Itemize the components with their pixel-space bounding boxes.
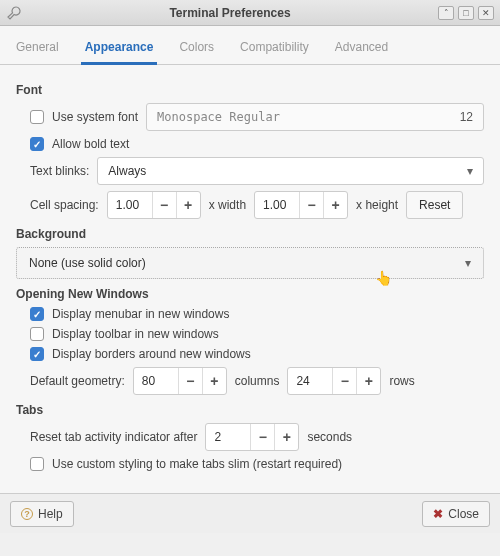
tab-general[interactable]: General [12, 34, 63, 64]
help-label: Help [38, 507, 63, 521]
maximize-button[interactable]: □ [458, 6, 474, 20]
text-blinks-select[interactable]: Always ▾ [97, 157, 484, 185]
cell-width-minus[interactable]: − [152, 192, 176, 218]
cell-height-plus[interactable]: + [323, 192, 347, 218]
titlebar: Terminal Preferences ˄ □ ✕ [0, 0, 500, 26]
background-select[interactable]: None (use solid color) ▾ [16, 247, 484, 279]
background-value: None (use solid color) [29, 256, 146, 270]
reset-label: Reset [419, 198, 450, 212]
chevron-down-icon: ▾ [467, 164, 473, 178]
rows-minus[interactable]: − [332, 368, 356, 394]
cell-height-value: 1.00 [255, 198, 299, 212]
reset-indicator-value: 2 [206, 430, 250, 444]
content: General Appearance Colors Compatibility … [0, 26, 500, 533]
reset-spacing-button[interactable]: Reset [406, 191, 463, 219]
close-label: Close [448, 507, 479, 521]
tab-colors[interactable]: Colors [175, 34, 218, 64]
use-system-font-label: Use system font [52, 110, 138, 124]
font-size: 12 [460, 110, 473, 124]
rows-label: rows [389, 374, 414, 388]
custom-styling-label: Use custom styling to make tabs slim (re… [52, 457, 342, 471]
close-window-button[interactable]: ✕ [478, 6, 494, 20]
rows-spinner[interactable]: 24 − + [287, 367, 381, 395]
panel: Font Use system font Monospace Regular 1… [0, 65, 500, 493]
help-icon: ? [21, 508, 33, 520]
cell-spacing-label: Cell spacing: [30, 198, 99, 212]
font-chooser[interactable]: Monospace Regular 12 [146, 103, 484, 131]
reset-indicator-plus[interactable]: + [274, 424, 298, 450]
cell-width-plus[interactable]: + [176, 192, 200, 218]
height-label: x height [356, 198, 398, 212]
geometry-row: Default geometry: 80 − + columns 24 − + … [30, 367, 484, 395]
reset-indicator-row: Reset tab activity indicator after 2 − +… [30, 423, 484, 451]
borders-label: Display borders around new windows [52, 347, 251, 361]
cell-height-minus[interactable]: − [299, 192, 323, 218]
columns-value: 80 [134, 374, 178, 388]
geometry-label: Default geometry: [30, 374, 125, 388]
columns-plus[interactable]: + [202, 368, 226, 394]
font-name: Monospace Regular [157, 110, 280, 124]
reset-indicator-label: Reset tab activity indicator after [30, 430, 197, 444]
chevron-down-icon: ▾ [465, 256, 471, 270]
columns-label: columns [235, 374, 280, 388]
tabbar: General Appearance Colors Compatibility … [0, 26, 500, 65]
close-button[interactable]: ✖ Close [422, 501, 490, 527]
menubar-row: Display menubar in new windows [30, 307, 484, 321]
new-windows-header: Opening New Windows [16, 287, 484, 301]
minimize-button[interactable]: ˄ [438, 6, 454, 20]
app-icon [6, 5, 22, 21]
custom-styling-row: Use custom styling to make tabs slim (re… [30, 457, 484, 471]
help-button[interactable]: ? Help [10, 501, 74, 527]
window-buttons: ˄ □ ✕ [438, 6, 494, 20]
borders-row: Display borders around new windows [30, 347, 484, 361]
tab-appearance[interactable]: Appearance [81, 34, 158, 65]
columns-minus[interactable]: − [178, 368, 202, 394]
close-icon: ✖ [433, 507, 443, 521]
footer: ? Help ✖ Close [0, 493, 500, 533]
rows-plus[interactable]: + [356, 368, 380, 394]
borders-checkbox[interactable] [30, 347, 44, 361]
menubar-checkbox[interactable] [30, 307, 44, 321]
columns-spinner[interactable]: 80 − + [133, 367, 227, 395]
text-blinks-value: Always [108, 164, 146, 178]
allow-bold-checkbox[interactable] [30, 137, 44, 151]
cell-width-spinner[interactable]: 1.00 − + [107, 191, 201, 219]
cell-spacing-row: Cell spacing: 1.00 − + x width 1.00 − + … [30, 191, 484, 219]
custom-styling-checkbox[interactable] [30, 457, 44, 471]
width-label: x width [209, 198, 246, 212]
toolbar-checkbox[interactable] [30, 327, 44, 341]
menubar-label: Display menubar in new windows [52, 307, 229, 321]
cell-width-value: 1.00 [108, 198, 152, 212]
use-system-font-checkbox[interactable] [30, 110, 44, 124]
text-blinks-row: Text blinks: Always ▾ [30, 157, 484, 185]
allow-bold-label: Allow bold text [52, 137, 129, 151]
window-title: Terminal Preferences [22, 6, 438, 20]
allow-bold-row: Allow bold text [30, 137, 484, 151]
tab-advanced[interactable]: Advanced [331, 34, 392, 64]
reset-indicator-minus[interactable]: − [250, 424, 274, 450]
use-system-font-row: Use system font Monospace Regular 12 [30, 103, 484, 131]
seconds-label: seconds [307, 430, 352, 444]
text-blinks-label: Text blinks: [30, 164, 89, 178]
rows-value: 24 [288, 374, 332, 388]
font-header: Font [16, 83, 484, 97]
reset-indicator-spinner[interactable]: 2 − + [205, 423, 299, 451]
background-header: Background [16, 227, 484, 241]
cell-height-spinner[interactable]: 1.00 − + [254, 191, 348, 219]
tabs-header: Tabs [16, 403, 484, 417]
toolbar-row: Display toolbar in new windows [30, 327, 484, 341]
tab-compatibility[interactable]: Compatibility [236, 34, 313, 64]
toolbar-label: Display toolbar in new windows [52, 327, 219, 341]
